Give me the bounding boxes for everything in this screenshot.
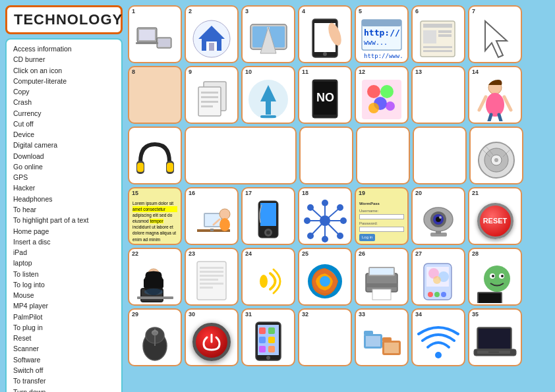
svg-rect-151 (268, 337, 275, 343)
cell-num-35: 35 (472, 311, 479, 318)
icon-26 (359, 260, 405, 303)
icon-23 (189, 260, 235, 303)
svg-rect-122 (372, 289, 391, 300)
vocab-item: To hear (13, 204, 115, 215)
vocab-item: Access information (13, 43, 115, 54)
icon-11: NO (302, 78, 348, 121)
cell-num-13: 13 (415, 69, 422, 75)
icon-14 (472, 78, 518, 121)
cell-32: 32 (298, 308, 352, 366)
grid-area: 1 2 (128, 5, 550, 387)
svg-point-133 (492, 275, 494, 277)
svg-rect-120 (370, 268, 394, 275)
svg-text:www...: www... (364, 39, 388, 46)
left-panel: TECHNOLOGY Access informationCD burnerCl… (5, 5, 123, 387)
vocab-list: Access informationCD burnerClick on an i… (13, 43, 115, 392)
icon-7 (472, 17, 518, 61)
svg-rect-108 (200, 267, 223, 269)
svg-rect-102 (137, 296, 173, 299)
grid-row-6: 29 30 (128, 308, 550, 366)
cell-num-3: 3 (245, 8, 248, 14)
svg-rect-3 (158, 39, 170, 47)
icon-10 (245, 78, 291, 121)
icon-9 (189, 78, 235, 121)
svg-rect-152 (259, 346, 266, 352)
cell-31: 31 (241, 308, 295, 366)
vocab-item: CD burner (13, 54, 115, 65)
cell-8: 8 (128, 66, 182, 124)
icon-5: http://www... http:// www... (359, 17, 405, 61)
svg-rect-121 (366, 283, 397, 287)
cell-25: 25 (298, 248, 352, 306)
cell-17: 17 (241, 187, 295, 245)
vocab-item: To plug in (13, 322, 115, 333)
vocab-item: Click on an icon (13, 65, 115, 76)
cell-num-24: 24 (245, 250, 252, 257)
svg-line-52 (488, 115, 491, 121)
icon-headphones (132, 138, 178, 182)
cell-4: 4 (298, 5, 352, 63)
cell-num-34: 34 (415, 311, 422, 318)
vocab-item: MP4 player (13, 300, 115, 311)
svg-rect-155 (364, 331, 373, 335)
cell-35: 35 (468, 308, 522, 366)
icon-12 (359, 78, 405, 121)
grid-row-3 (128, 126, 550, 184)
cell-num-11: 11 (302, 69, 308, 75)
svg-rect-143 (152, 331, 158, 335)
cell-3: 3 (241, 5, 295, 63)
cell-num-18: 18 (302, 190, 308, 196)
vocab-item: Crash (13, 97, 115, 107)
icon-disc (473, 138, 519, 182)
cell-num-19: 19 (359, 190, 365, 196)
svg-rect-150 (259, 337, 266, 343)
vocab-item: Go online (13, 161, 115, 172)
svg-point-160 (435, 352, 442, 358)
svg-text:http://: http:// (364, 28, 400, 38)
cell-num-17: 17 (245, 190, 252, 196)
page-title: TECHNOLOGY (14, 11, 114, 28)
svg-line-50 (479, 97, 486, 110)
svg-rect-28 (423, 50, 452, 52)
cell-num-4: 4 (302, 8, 305, 14)
vocab-item: Device (13, 129, 115, 140)
svg-line-53 (499, 115, 502, 121)
icon-22 (132, 260, 178, 303)
cell-34: 34 (411, 308, 465, 366)
svg-rect-113 (200, 287, 213, 289)
svg-rect-109 (200, 271, 223, 273)
vocab-item: To log into (13, 279, 115, 290)
vocab-item: To highlight part of a text (13, 215, 115, 225)
svg-point-78 (307, 204, 314, 211)
svg-point-135 (501, 275, 504, 277)
svg-rect-111 (200, 279, 218, 281)
vocab-item: Digital camera (13, 140, 115, 150)
cell-num-32: 32 (302, 311, 308, 318)
cell-11: 11 NO (298, 66, 352, 124)
svg-rect-156 (366, 336, 380, 347)
icon-35 (472, 320, 518, 364)
svg-point-130 (433, 276, 441, 284)
power-icon (192, 323, 231, 361)
vocab-item: Hacker (13, 182, 115, 193)
svg-rect-34 (201, 101, 218, 103)
svg-rect-32 (201, 92, 218, 94)
svg-point-44 (380, 85, 394, 98)
cell-num-7: 7 (472, 8, 475, 14)
svg-point-82 (304, 217, 310, 224)
cell-6: 6 (411, 5, 465, 63)
cell-12: 12 (355, 66, 409, 124)
cell-13: 13 (411, 66, 465, 124)
svg-rect-153 (268, 346, 275, 352)
cell-num-33: 33 (359, 311, 365, 318)
cell-28: 28 (468, 248, 522, 306)
svg-point-61 (494, 158, 498, 162)
icon-2 (189, 17, 235, 61)
cell-num-25: 25 (302, 250, 308, 257)
svg-rect-112 (200, 283, 223, 285)
cell-num-1: 1 (132, 8, 135, 14)
svg-text:NO: NO (316, 91, 334, 104)
svg-rect-137 (479, 293, 501, 303)
icon-34 (415, 320, 461, 364)
icon-27 (415, 260, 461, 303)
